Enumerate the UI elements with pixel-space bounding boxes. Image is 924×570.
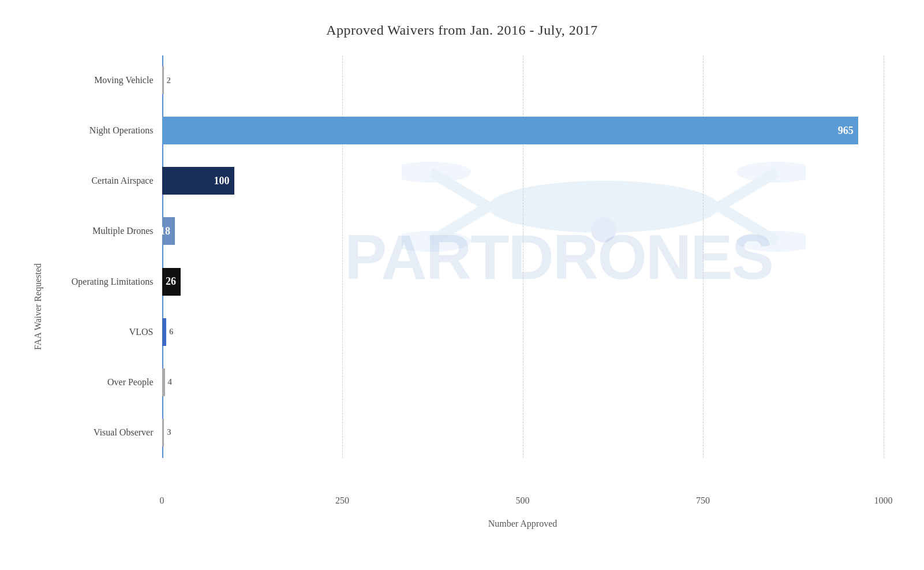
bar-row-0: Moving Vehicle2 bbox=[162, 55, 884, 106]
x-tick-1: 250 bbox=[335, 496, 349, 506]
bar-value-1: 965 bbox=[838, 125, 854, 137]
bar-track-0: 2 bbox=[162, 55, 884, 106]
chart-inner: PARTDRONES bbox=[47, 55, 895, 529]
bars-rows: Moving Vehicle2Night Operations965Certai… bbox=[162, 55, 884, 458]
bar-row-6: Over People4 bbox=[162, 357, 884, 407]
bar-fill-2: 100 bbox=[162, 167, 234, 195]
bar-label-1: Night Operations bbox=[47, 125, 162, 136]
bar-row-1: Night Operations965 bbox=[162, 106, 884, 156]
bar-track-2: 100 bbox=[162, 156, 884, 206]
bar-row-7: Visual Observer3 bbox=[162, 407, 884, 457]
bar-fill-4: 26 bbox=[162, 268, 181, 296]
x-tick-4: 1000 bbox=[874, 496, 893, 506]
chart-title: Approved Waivers from Jan. 2016 - July, … bbox=[29, 17, 895, 38]
bar-row-3: Multiple Drones18 bbox=[162, 206, 884, 256]
bar-value-0: 2 bbox=[167, 76, 171, 85]
x-axis: 02505007501000 bbox=[162, 493, 884, 516]
bar-value-4: 26 bbox=[166, 275, 176, 288]
bar-label-6: Over People bbox=[47, 377, 162, 388]
y-axis-label: FAA Waiver Requested bbox=[29, 55, 47, 529]
bar-track-1: 965 bbox=[162, 106, 884, 156]
x-tick-0: 0 bbox=[160, 496, 164, 506]
bar-label-5: VLOS bbox=[47, 327, 162, 337]
bar-row-4: Operating Limitations26 bbox=[162, 256, 884, 307]
bar-track-7: 3 bbox=[162, 407, 884, 457]
bar-row-2: Certain Airspace100 bbox=[162, 156, 884, 206]
bar-label-7: Visual Observer bbox=[47, 427, 162, 438]
bar-track-3: 18 bbox=[162, 206, 884, 256]
bar-fill-6 bbox=[162, 368, 165, 396]
bar-value-6: 4 bbox=[168, 377, 173, 387]
bar-value-7: 3 bbox=[167, 427, 171, 437]
bar-row-5: VLOS6 bbox=[162, 307, 884, 357]
bar-fill-5 bbox=[162, 318, 167, 346]
bar-label-0: Moving Vehicle bbox=[47, 75, 162, 85]
x-axis-label: Number Approved bbox=[162, 519, 884, 529]
bar-fill-0 bbox=[162, 66, 164, 94]
bar-value-5: 6 bbox=[169, 327, 174, 337]
bar-value-2: 100 bbox=[214, 175, 230, 187]
bar-track-5: 6 bbox=[162, 307, 884, 357]
chart-area: FAA Waiver Requested PARTDRONES bbox=[29, 55, 895, 529]
bar-label-3: Multiple Drones bbox=[47, 226, 162, 236]
bar-track-4: 26 bbox=[162, 256, 884, 307]
bar-value-3: 18 bbox=[160, 225, 170, 237]
chart-container: Approved Waivers from Jan. 2016 - July, … bbox=[29, 17, 895, 554]
x-tick-2: 500 bbox=[516, 496, 530, 506]
bar-track-6: 4 bbox=[162, 357, 884, 407]
bars-section: PARTDRONES bbox=[162, 55, 884, 458]
bar-label-4: Operating Limitations bbox=[47, 277, 162, 287]
bar-fill-7 bbox=[162, 419, 164, 446]
bar-fill-3: 18 bbox=[162, 217, 175, 245]
grid-line-4 bbox=[884, 55, 884, 458]
x-tick-3: 750 bbox=[696, 496, 710, 506]
bar-label-2: Certain Airspace bbox=[47, 176, 162, 186]
bar-fill-1: 965 bbox=[162, 117, 858, 144]
